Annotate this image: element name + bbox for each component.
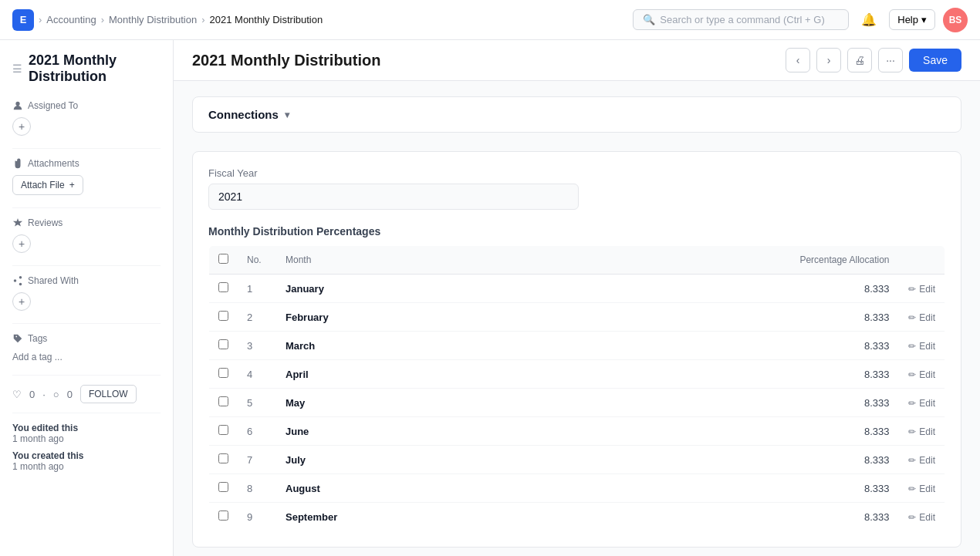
plus-icon: + — [69, 180, 75, 190]
sidebar-page-title: 2021 Monthly Distribution — [29, 52, 161, 85]
avatar[interactable]: BS — [943, 8, 968, 32]
row-month: February — [276, 303, 522, 332]
more-options-button[interactable]: ··· — [878, 48, 903, 72]
divider-1 — [12, 148, 161, 149]
edit-button[interactable]: ✏ Edit — [908, 512, 935, 523]
row-percentage: 8.333 — [522, 303, 899, 332]
attach-file-label: Attach File — [21, 180, 65, 190]
breadcrumb: E › Accounting › Monthly Distribution › … — [12, 9, 323, 31]
page-title-row: ☰ 2021 Monthly Distribution — [12, 52, 161, 85]
edit-label: Edit — [919, 512, 935, 523]
dot-sep: · — [42, 389, 46, 400]
row-percentage: 8.333 — [522, 446, 899, 474]
row-number: 2 — [238, 303, 276, 332]
row-number: 9 — [238, 503, 276, 531]
notifications-button[interactable]: 🔔 — [857, 8, 881, 32]
app-icon[interactable]: E — [12, 9, 34, 31]
breadcrumb-accounting[interactable]: Accounting — [46, 14, 96, 25]
row-checkbox[interactable] — [218, 311, 228, 321]
row-checkbox[interactable] — [218, 511, 228, 521]
attachments-header: Attachments — [12, 158, 161, 169]
breadcrumb-monthly-dist[interactable]: Monthly Distribution — [109, 14, 197, 25]
add-assigned-button[interactable]: + — [12, 117, 31, 136]
content-area: 2021 Monthly Distribution ‹ › 🖨 ··· Save… — [174, 40, 980, 556]
tags-header: Tags — [12, 333, 161, 344]
assigned-to-section: Assigned To + — [12, 100, 161, 136]
row-checkbox-cell — [209, 303, 238, 332]
row-percentage: 8.333 — [522, 360, 899, 389]
form-section: Fiscal Year Monthly Distribution Percent… — [192, 151, 961, 548]
divider-3 — [12, 265, 161, 266]
row-number: 4 — [238, 360, 276, 389]
paperclip-icon — [12, 158, 23, 169]
save-button[interactable]: Save — [909, 49, 961, 72]
help-button[interactable]: Help ▾ — [889, 9, 935, 30]
row-month: March — [276, 332, 522, 360]
add-tag-link[interactable]: Add a tag ... — [12, 352, 63, 362]
row-checkbox-cell — [209, 474, 238, 503]
edit-button[interactable]: ✏ Edit — [908, 284, 935, 295]
row-checkbox[interactable] — [218, 339, 228, 349]
edit-label: Edit — [919, 398, 935, 409]
edit-button[interactable]: ✏ Edit — [908, 455, 935, 466]
edit-button[interactable]: ✏ Edit — [908, 312, 935, 323]
row-checkbox-cell — [209, 389, 238, 417]
follow-button[interactable]: FOLLOW — [80, 385, 137, 403]
row-checkbox-cell — [209, 332, 238, 360]
activity-time-2: 1 month ago — [12, 461, 64, 472]
main-layout: ☰ 2021 Monthly Distribution Assigned To … — [0, 40, 980, 556]
row-checkbox[interactable] — [218, 368, 228, 378]
search-bar[interactable]: 🔍 Search or type a command (Ctrl + G) — [633, 9, 849, 30]
activity-time-1: 1 month ago — [12, 433, 64, 444]
comment-icon: ○ — [53, 389, 59, 400]
edit-button[interactable]: ✏ Edit — [908, 341, 935, 352]
shared-with-label: Shared With — [28, 275, 79, 286]
connections-header[interactable]: Connections ▾ — [208, 108, 945, 121]
nav-forward-button[interactable]: › — [816, 48, 841, 72]
row-checkbox[interactable] — [218, 453, 228, 463]
row-checkbox[interactable] — [218, 482, 228, 492]
col-month: Month — [276, 246, 522, 275]
row-checkbox[interactable] — [218, 282, 228, 292]
breadcrumb-sep-2: › — [101, 14, 104, 25]
table-row: 6 June 8.333 ✏ Edit — [209, 417, 945, 446]
breadcrumb-sep-1: › — [39, 14, 42, 25]
add-review-button[interactable]: + — [12, 234, 31, 253]
row-edit-cell: ✏ Edit — [899, 275, 945, 303]
row-checkbox-cell — [209, 446, 238, 474]
edit-button[interactable]: ✏ Edit — [908, 426, 935, 437]
fiscal-year-input[interactable] — [208, 184, 579, 210]
activity-item-2: You created this 1 month ago — [12, 450, 161, 472]
hamburger-icon[interactable]: ☰ — [12, 62, 22, 75]
likes-count: 0 — [29, 389, 35, 400]
search-icon: 🔍 — [643, 14, 655, 25]
edit-button[interactable]: ✏ Edit — [908, 484, 935, 494]
print-button[interactable]: 🖨 — [847, 48, 872, 72]
shared-with-section: Shared With + — [12, 275, 161, 311]
reviews-section: Reviews + — [12, 217, 161, 253]
select-all-checkbox[interactable] — [218, 254, 228, 264]
table-row: 5 May 8.333 ✏ Edit — [209, 389, 945, 417]
reviews-label: Reviews — [28, 217, 63, 228]
row-checkbox-cell — [209, 503, 238, 531]
person-icon — [12, 100, 23, 111]
distribution-table: No. Month Percentage Allocation 1 Januar… — [208, 245, 945, 531]
row-number: 5 — [238, 389, 276, 417]
add-shared-button[interactable]: + — [12, 292, 31, 311]
activity-section: You edited this 1 month ago You created … — [12, 423, 161, 472]
page-header: 2021 Monthly Distribution ‹ › 🖨 ··· Save — [174, 40, 980, 81]
edit-button[interactable]: ✏ Edit — [908, 369, 935, 380]
row-percentage: 8.333 — [522, 275, 899, 303]
row-checkbox[interactable] — [218, 396, 228, 406]
svg-point-2 — [14, 279, 17, 282]
edit-icon: ✏ — [908, 341, 916, 352]
edit-button[interactable]: ✏ Edit — [908, 398, 935, 409]
row-checkbox[interactable] — [218, 425, 228, 435]
nav-back-button[interactable]: ‹ — [786, 48, 810, 72]
table-row: 2 February 8.333 ✏ Edit — [209, 303, 945, 332]
attach-file-button[interactable]: Attach File + — [12, 175, 83, 195]
edit-icon: ✏ — [908, 455, 916, 466]
col-edit — [899, 246, 945, 275]
row-percentage: 8.333 — [522, 417, 899, 446]
table-row: 3 March 8.333 ✏ Edit — [209, 332, 945, 360]
